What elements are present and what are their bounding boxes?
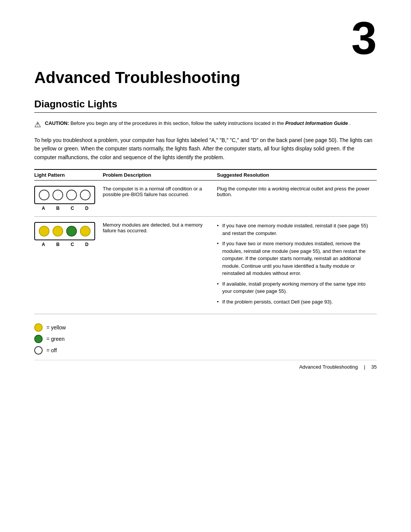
footer-separator: | — [364, 364, 365, 370]
light-C2 — [66, 226, 77, 236]
table-row: A B C D The computer is in a normal off … — [34, 181, 377, 217]
footer-right: Advanced Troubleshooting | 35 — [299, 364, 377, 370]
legend-yellow-label: = yellow — [46, 324, 66, 331]
resolution-cell-1: Plug the computer into a working electri… — [217, 181, 377, 217]
list-item: If you have one memory module installed,… — [217, 222, 373, 237]
light-A2 — [39, 226, 49, 236]
diagnostic-table: Light Pattern Problem Description Sugges… — [34, 169, 377, 314]
page-footer: Advanced Troubleshooting | 35 — [34, 360, 377, 370]
legend-yellow-circle — [34, 323, 43, 332]
label-D: D — [81, 206, 92, 211]
light-C — [66, 190, 77, 200]
label-A: A — [38, 206, 49, 211]
caution-label: CAUTION: — [45, 120, 69, 126]
resolution-list: If you have one memory module installed,… — [217, 222, 373, 305]
resolution-cell-2: If you have one memory module installed,… — [217, 217, 377, 314]
list-item: If you have two or more memory modules i… — [217, 240, 373, 277]
light-pattern-cell: A B C D — [34, 181, 103, 217]
light-D2 — [80, 226, 91, 236]
light-pattern-display: A B C D — [34, 186, 99, 211]
col-header-problem: Problem Description — [103, 169, 217, 181]
col-header-light-pattern: Light Pattern — [34, 169, 103, 181]
table-header-row: Light Pattern Problem Description Sugges… — [34, 169, 377, 181]
label-C: C — [67, 206, 78, 211]
label-A2: A — [38, 242, 49, 247]
caution-icon: ⚠ — [34, 120, 41, 129]
problem-cell-1: The computer is in a normal off conditio… — [103, 181, 217, 217]
col-header-resolution: Suggested Resolution — [217, 169, 377, 181]
legend: = yellow = green = off — [34, 323, 377, 355]
main-title: Advanced Troubleshooting — [34, 69, 377, 87]
lights-row — [34, 186, 95, 204]
section-title: Diagnostic Lights — [34, 98, 377, 113]
label-C2: C — [67, 242, 78, 247]
label-B2: B — [53, 242, 63, 247]
caution-box: ⚠ CAUTION: Before you begin any of the p… — [34, 120, 377, 129]
page: 3 Advanced Troubleshooting Diagnostic Li… — [0, 0, 411, 385]
legend-off-circle — [34, 346, 43, 355]
caution-text: CAUTION: Before you begin any of the pro… — [45, 120, 350, 127]
label-D2: D — [81, 242, 92, 247]
list-item: If the problem persists, contact Dell (s… — [217, 298, 373, 306]
problem-cell-2: Memory modules are detected, but a memor… — [103, 217, 217, 314]
light-D — [80, 190, 91, 200]
light-A — [39, 190, 49, 200]
caution-body: Before you begin any of the procedures i… — [70, 120, 285, 126]
legend-green-label: = green — [46, 336, 65, 342]
body-paragraph: To help you troubleshoot a problem, your… — [34, 136, 377, 161]
legend-off-label: = off — [46, 347, 57, 353]
footer-page-number: 35 — [371, 364, 377, 370]
table-row: A B C D Memory modules are detected, but… — [34, 217, 377, 314]
legend-item-yellow: = yellow — [34, 323, 377, 332]
legend-item-off: = off — [34, 346, 377, 355]
caution-guide: Product Information Guide — [285, 120, 348, 126]
legend-item-green: = green — [34, 335, 377, 343]
light-labels-2: A B C D — [34, 242, 92, 247]
lights-row-2 — [34, 222, 95, 240]
footer-section-name: Advanced Troubleshooting — [299, 364, 358, 370]
caution-period: . — [349, 120, 351, 126]
label-B: B — [53, 206, 63, 211]
light-B — [53, 190, 63, 200]
list-item: If available, install properly working m… — [217, 280, 373, 295]
light-labels: A B C D — [34, 206, 92, 211]
light-pattern-cell-2: A B C D — [34, 217, 103, 314]
legend-green-circle — [34, 335, 43, 343]
light-pattern-display-2: A B C D — [34, 222, 99, 247]
chapter-number: 3 — [351, 15, 377, 61]
light-B2 — [53, 226, 63, 236]
